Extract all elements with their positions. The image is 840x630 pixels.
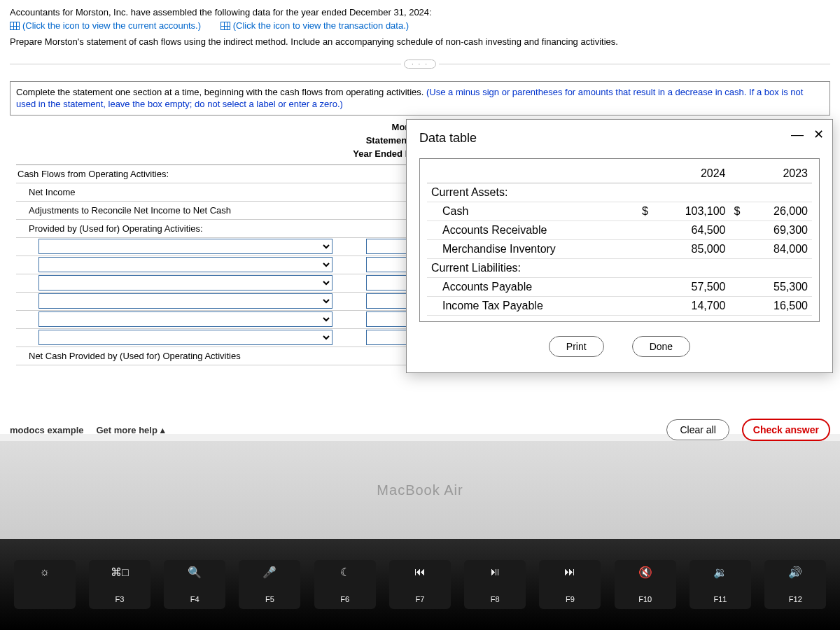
row-inv-label: Merchandise Inventory (427, 240, 638, 259)
col-2024: 2024 (652, 164, 730, 183)
row-itp-label: Income Tax Payable (427, 297, 638, 316)
task-line: Prepare Morston's statement of cash flow… (10, 36, 830, 47)
clear-all-button[interactable]: Clear all (666, 419, 729, 440)
view-transactions-label: (Click the icon to view the transaction … (233, 20, 409, 31)
function-key: ☾F6 (314, 560, 376, 609)
function-key: ☼ (14, 560, 76, 609)
view-accounts-label: (Click the icon to view the current acco… (22, 20, 201, 31)
function-key: 🔊F12 (764, 560, 826, 609)
print-button[interactable]: Print (549, 336, 604, 357)
table-icon (220, 22, 230, 30)
row-ap-label: Accounts Payable (427, 278, 638, 297)
footer-modocs[interactable]: modocs example (10, 425, 84, 435)
function-key: ⏭F9 (539, 560, 601, 609)
function-key: 🎤F5 (239, 560, 300, 609)
instruction-plain: Complete the statement one section at a … (16, 87, 426, 97)
divider-dots: · · · (404, 59, 436, 69)
ar-2023: 69,300 (744, 221, 812, 240)
function-key: ⌘□F3 (89, 560, 150, 609)
adj-item-4-select[interactable] (38, 293, 332, 309)
keyboard: ☼⌘□F3🔍F4🎤F5☾F6⏮F7⏯F8⏭F9🔇F10🔉F11🔊F12 (0, 539, 840, 630)
col-2023: 2023 (744, 164, 812, 183)
ar-2024: 64,500 (652, 221, 730, 240)
table-icon (10, 22, 20, 30)
function-key: ⏯F8 (464, 560, 526, 609)
cash-2023-prefix: $ (730, 202, 745, 221)
ap-2024: 57,500 (652, 278, 730, 297)
row-current-assets: Current Assets: (427, 183, 638, 202)
row-cash-label: Cash (427, 202, 638, 221)
adj-item-1-select[interactable] (38, 239, 332, 254)
net-cash-label: Net Cash Provided by (Used for) Operatin… (16, 348, 366, 364)
icon-links-row: (Click the icon to view the current acco… (10, 20, 830, 32)
adj-item-5-select[interactable] (38, 312, 332, 327)
instruction-box: Complete the statement one section at a … (10, 81, 830, 115)
function-key: 🔍F4 (164, 560, 225, 609)
data-table-dialog: — ✕ Data table 2024 2023 Current Assets:… (406, 119, 833, 373)
function-key: ⏮F7 (389, 560, 451, 609)
view-accounts-link[interactable]: (Click the icon to view the current acco… (10, 20, 201, 31)
balance-table: 2024 2023 Current Assets: Cash $ 103,100… (419, 158, 820, 322)
check-answer-button[interactable]: Check answer (742, 419, 830, 441)
adj-item-3-select[interactable] (38, 275, 332, 290)
inv-2023: 84,000 (744, 240, 812, 259)
cash-2023: 26,000 (744, 202, 812, 221)
adj-item-6-select[interactable] (38, 330, 332, 345)
ap-2023: 55,300 (744, 278, 812, 297)
macbook-bezel: MacBook Air (0, 441, 840, 539)
adjust-line2: Provided by (Used for) Operating Activit… (16, 220, 366, 237)
adj-item-2-select[interactable] (38, 257, 332, 272)
cash-2024-prefix: $ (638, 202, 652, 221)
section-heading: Cash Flows from Operating Activities: (16, 166, 366, 182)
function-key: 🔉F11 (690, 560, 751, 609)
net-income-label: Net Income (16, 184, 366, 200)
macbook-label: MacBook Air (377, 482, 463, 498)
dialog-title: Data table (419, 131, 820, 146)
done-button[interactable]: Done (632, 336, 690, 357)
close-icon[interactable]: ✕ (813, 127, 824, 142)
get-more-help[interactable]: Get more help ▴ (97, 425, 165, 435)
adjust-line1: Adjustments to Reconcile Net Income to N… (16, 202, 366, 218)
page: Accountants for Morston, Inc. have assem… (0, 0, 840, 434)
itp-2023: 16,500 (744, 297, 812, 316)
minimize-icon[interactable]: — (791, 127, 804, 142)
row-ar-label: Accounts Receivable (427, 221, 638, 240)
itp-2024: 14,700 (652, 297, 730, 316)
row-current-liab: Current Liabilities: (427, 259, 638, 278)
view-transactions-link[interactable]: (Click the icon to view the transaction … (220, 20, 409, 31)
problem-line-1: Accountants for Morston, Inc. have assem… (10, 7, 830, 18)
section-divider: · · · (10, 59, 830, 69)
function-key: 🔇F10 (615, 560, 676, 609)
inv-2024: 85,000 (652, 240, 730, 259)
cash-2024: 103,100 (652, 202, 730, 221)
